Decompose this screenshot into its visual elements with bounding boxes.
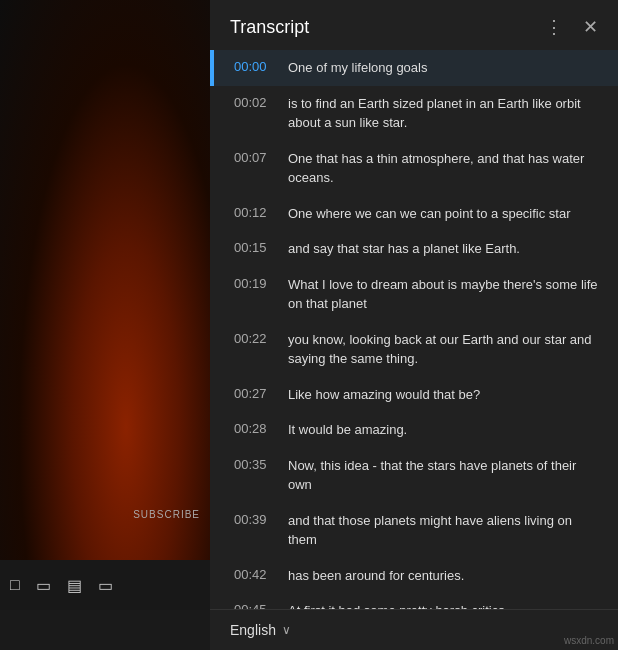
transcript-panel: Transcript ⋮ ✕ 00:00One of my lifelong g… [210, 0, 618, 650]
transcript-item[interactable]: 00:15and say that star has a planet like… [210, 231, 618, 267]
transcript-text: One that has a thin atmosphere, and that… [288, 149, 602, 188]
transcript-text: One of my lifelong goals [288, 58, 427, 78]
transcript-item[interactable]: 00:39and that those planets might have a… [210, 503, 618, 558]
header-icons: ⋮ ✕ [541, 14, 602, 40]
theater-icon[interactable]: ▭ [98, 576, 113, 595]
transcript-text: is to find an Earth sized planet in an E… [288, 94, 602, 133]
cast-icon[interactable]: ▤ [67, 576, 82, 595]
transcript-timestamp: 00:22 [234, 330, 272, 346]
transcript-text: has been around for centuries. [288, 566, 464, 586]
transcript-item[interactable]: 00:22you know, looking back at our Earth… [210, 322, 618, 377]
transcript-timestamp: 00:15 [234, 239, 272, 255]
watermark: wsxdn.com [564, 635, 614, 646]
transcript-timestamp: 00:00 [234, 58, 272, 74]
transcript-text: At first it had some pretty harsh critic… [288, 601, 508, 609]
transcript-text: and that those planets might have aliens… [288, 511, 602, 550]
transcript-header: Transcript ⋮ ✕ [210, 0, 618, 50]
transcript-item[interactable]: 00:19What I love to dream about is maybe… [210, 267, 618, 322]
transcript-item[interactable]: 00:12One where we can we can point to a … [210, 196, 618, 232]
transcript-body[interactable]: 00:00One of my lifelong goals00:02is to … [210, 50, 618, 609]
transcript-text: Like how amazing would that be? [288, 385, 480, 405]
chevron-down-icon: ∨ [282, 623, 291, 637]
transcript-text: you know, looking back at our Earth and … [288, 330, 602, 369]
transcript-item[interactable]: 00:35Now, this idea - that the stars hav… [210, 448, 618, 503]
transcript-item[interactable]: 00:00One of my lifelong goals [210, 50, 618, 86]
close-button[interactable]: ✕ [579, 14, 602, 40]
transcript-timestamp: 00:39 [234, 511, 272, 527]
more-options-button[interactable]: ⋮ [541, 14, 567, 40]
miniplayer-icon[interactable]: ▭ [36, 576, 51, 595]
language-selector[interactable]: English ∨ [230, 622, 291, 638]
transcript-title: Transcript [230, 17, 309, 38]
transcript-text: It would be amazing. [288, 420, 407, 440]
transcript-text: What I love to dream about is maybe ther… [288, 275, 602, 314]
transcript-text: One where we can we can point to a speci… [288, 204, 571, 224]
transcript-timestamp: 00:42 [234, 566, 272, 582]
video-area: SUBSCRIBE □ ▭ ▤ ▭ [0, 0, 210, 610]
transcript-timestamp: 00:07 [234, 149, 272, 165]
subscribe-button[interactable]: SUBSCRIBE [133, 509, 200, 520]
transcript-timestamp: 00:28 [234, 420, 272, 436]
transcript-item[interactable]: 00:42has been around for centuries. [210, 558, 618, 594]
transcript-footer: English ∨ [210, 609, 618, 650]
transcript-item[interactable]: 00:28It would be amazing. [210, 412, 618, 448]
transcript-timestamp: 00:45 [234, 601, 272, 609]
language-label: English [230, 622, 276, 638]
transcript-timestamp: 00:02 [234, 94, 272, 110]
transcript-item[interactable]: 00:45At first it had some pretty harsh c… [210, 593, 618, 609]
transcript-timestamp: 00:27 [234, 385, 272, 401]
transcript-text: and say that star has a planet like Eart… [288, 239, 520, 259]
transcript-timestamp: 00:19 [234, 275, 272, 291]
transcript-item[interactable]: 00:27Like how amazing would that be? [210, 377, 618, 413]
transcript-timestamp: 00:12 [234, 204, 272, 220]
transcript-item[interactable]: 00:07One that has a thin atmosphere, and… [210, 141, 618, 196]
transcript-timestamp: 00:35 [234, 456, 272, 472]
transcript-text: Now, this idea - that the stars have pla… [288, 456, 602, 495]
player-controls: □ ▭ ▤ ▭ [0, 560, 210, 610]
transcript-item[interactable]: 00:02is to find an Earth sized planet in… [210, 86, 618, 141]
fullscreen-icon[interactable]: □ [10, 576, 20, 594]
